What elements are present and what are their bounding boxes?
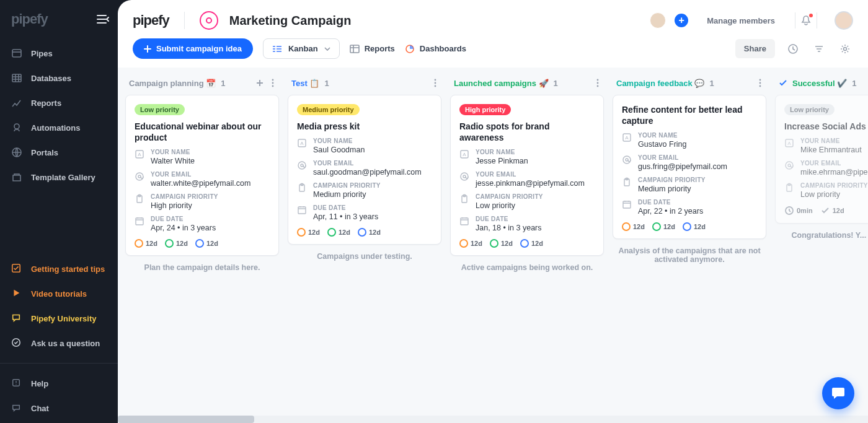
svg-text:A: A <box>463 152 466 157</box>
notifications-button[interactable] <box>795 12 817 28</box>
field-value: Walter White <box>151 157 195 165</box>
field-value: Low priority <box>800 190 868 199</box>
history-icon[interactable] <box>785 41 801 57</box>
manage-members-link[interactable]: Manage members <box>707 16 775 25</box>
nav-item-chat[interactable]: Chat <box>0 396 118 421</box>
main: pipefy Marketing Campaign + Manage membe… <box>118 0 868 423</box>
nav-item-reports[interactable]: Reports <box>0 90 118 115</box>
field-priority: CAMPAIGN PRIORITYMedium priority <box>622 177 757 193</box>
svg-rect-7 <box>350 45 359 53</box>
nav-item-databases[interactable]: Databases <box>0 66 118 90</box>
view-select[interactable]: Kanban <box>263 38 340 59</box>
submit-campaign-button[interactable]: Submit campaign idea <box>133 38 253 59</box>
help-video-tutorials[interactable]: Video tutorials <box>0 281 118 306</box>
field-name: AYOUR NAMEWalter White <box>135 149 270 165</box>
svg-text:A: A <box>138 152 141 157</box>
column-count: 1 <box>852 79 856 88</box>
column-menu-icon[interactable] <box>433 77 438 89</box>
card[interactable]: Low priorityIncrease Social AdsAYOUR NAM… <box>775 95 868 224</box>
svg-point-36 <box>461 173 468 180</box>
member-avatar[interactable] <box>650 12 666 28</box>
svg-point-22 <box>435 82 436 84</box>
card-title: Increase Social Ads <box>784 121 868 132</box>
svg-text:A: A <box>625 135 629 141</box>
add-card-icon[interactable] <box>254 77 265 89</box>
scrollbar-thumb[interactable] <box>118 416 254 423</box>
column-header: Launched campaigns 🚀1 <box>450 74 604 95</box>
column-header: Campaign feedback 💬1 <box>613 74 766 95</box>
column-menu-icon[interactable] <box>270 77 275 89</box>
filter-icon[interactable] <box>811 41 827 57</box>
field-email: YOUR EMAILsaul.goodman@pipefymail.com <box>297 160 432 177</box>
nav-item-automations[interactable]: Automations <box>0 115 118 140</box>
field-label: CAMPAIGN PRIORITY <box>800 182 868 189</box>
svg-point-16 <box>136 173 143 180</box>
add-member-button[interactable]: + <box>673 12 689 28</box>
field-label: DUE DATE <box>313 204 378 211</box>
svg-rect-1 <box>12 74 21 82</box>
check-icon <box>779 79 787 87</box>
nav-item-help[interactable]: Help <box>0 371 118 396</box>
field-label: YOUR NAME <box>638 132 687 139</box>
brand-logo: pipefy <box>133 12 169 28</box>
field-label: YOUR NAME <box>476 149 528 155</box>
field-priority: CAMPAIGN PRIORITYHigh priority <box>135 193 270 210</box>
sidebar-logo: pipefy <box>11 11 48 27</box>
column-menu-icon[interactable] <box>758 77 763 89</box>
field-label: YOUR EMAIL <box>800 160 868 167</box>
check-icon <box>820 206 830 216</box>
help-ask-question[interactable]: Ask us a question <box>0 331 118 355</box>
column-count: 1 <box>554 79 558 88</box>
column-header: Successful ✔️1 <box>775 74 868 95</box>
topbar: pipefy Marketing Campaign + Manage membe… <box>118 0 868 38</box>
field-label: YOUR EMAIL <box>638 154 727 161</box>
databases-icon <box>11 72 22 84</box>
column-menu-icon[interactable] <box>595 77 600 89</box>
svg-point-31 <box>597 79 599 81</box>
name-icon: A <box>459 149 469 159</box>
horizontal-scrollbar[interactable] <box>118 416 868 423</box>
svg-point-23 <box>435 85 436 87</box>
column-count: 1 <box>709 79 714 88</box>
field-value: Jesse Pinkman <box>476 157 528 165</box>
priority-icon <box>784 183 794 193</box>
field-value: walter.white@pipefymail.com <box>151 179 250 188</box>
nav-item-template-gallery[interactable]: Template Gallery <box>0 165 118 190</box>
svg-text:A: A <box>300 141 304 146</box>
collapse-sidebar-icon[interactable] <box>97 14 109 24</box>
intercom-chat-button[interactable] <box>822 377 854 409</box>
priority-icon <box>459 194 469 204</box>
dashboards-link[interactable]: Dashboards <box>405 44 466 54</box>
page-title: Marketing Campaign <box>229 14 352 28</box>
card-chips: 12d12d12d <box>135 239 270 248</box>
share-button[interactable]: Share <box>735 39 775 58</box>
chip: 12d <box>490 239 513 248</box>
chip: 12d <box>327 228 350 237</box>
column-name: Campaign planning 📅 <box>129 79 216 88</box>
field-value: Gustavo Fring <box>638 140 687 149</box>
chevron-down-icon <box>324 47 330 51</box>
name-icon: A <box>135 149 144 159</box>
card[interactable]: Low priorityEducational webinar about ou… <box>125 95 279 256</box>
user-avatar[interactable] <box>835 11 853 30</box>
card-chips: 12d12d12d <box>297 228 432 237</box>
chip: 12d <box>358 228 381 237</box>
card[interactable]: Refine content for better lead captureAY… <box>613 95 766 239</box>
priority-pill: High priority <box>459 104 511 115</box>
settings-icon[interactable] <box>837 41 853 57</box>
svg-point-26 <box>298 162 306 169</box>
nav-item-pipes[interactable]: Pipes <box>0 41 118 66</box>
field-priority: CAMPAIGN PRIORITYLow priority <box>784 182 868 199</box>
checklist-icon <box>11 263 22 274</box>
column-name: Successful ✔️ <box>792 79 847 88</box>
column-header: Campaign planning 📅1 <box>125 74 279 95</box>
card[interactable]: Medium priorityMedia press kitAYOUR NAME… <box>288 95 441 245</box>
field-name: AYOUR NAMEJesse Pinkman <box>459 149 595 165</box>
help-getting-started[interactable]: Getting started tips <box>0 256 118 281</box>
nav-item-portals[interactable]: Portals <box>0 140 118 165</box>
card[interactable]: High priorityRadio spots for brand aware… <box>450 95 604 256</box>
chip: 12d <box>820 206 844 216</box>
help-university[interactable]: Pipefy University <box>0 306 118 331</box>
reports-link[interactable]: Reports <box>350 44 395 53</box>
column-campaign-planning: Campaign planning 📅1Low priorityEducatio… <box>123 74 281 423</box>
